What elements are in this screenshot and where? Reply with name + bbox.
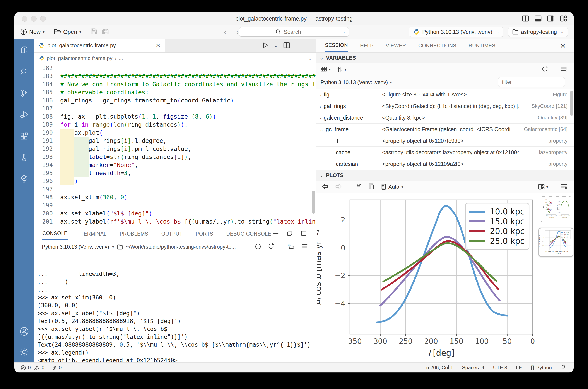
previous-plot-icon[interactable]	[322, 183, 328, 191]
account-icon[interactable]	[14, 326, 34, 336]
editor-scrollbar[interactable]	[312, 191, 315, 214]
run-file-icon[interactable]	[262, 42, 268, 49]
console-output[interactable]: ... linewidth=3,... )...>>> ax.set_xlim(…	[34, 253, 316, 372]
code-line[interactable]: 187	[34, 104, 316, 112]
sort-variables-icon[interactable]: ▾	[337, 66, 346, 72]
variable-row-galcen_distance[interactable]: ›galcen_distance<Quantity 8. kpc>Quantit…	[316, 112, 574, 124]
breadcrumb[interactable]: plot_galactocentric-frame.py › ... ⌄	[34, 53, 316, 64]
right-tab-runtimes[interactable]: RUNTIMES	[468, 40, 496, 52]
code-editor[interactable]: 182183##################################…	[34, 64, 316, 227]
indentation[interactable]: Spaces: 4	[462, 365, 484, 371]
split-editor-layout-icon[interactable]	[522, 15, 529, 22]
cursor-position[interactable]: Ln 206, Col 1	[423, 365, 453, 371]
variable-row-cartesian[interactable]: cartesian<property object at 0x12109a2f0…	[316, 158, 574, 170]
interpreter-selector[interactable]: Python 3.10.13 (Venv: .venv) ⌄	[409, 27, 503, 37]
code-line[interactable]: 184# Now we can transform to Galactic co…	[34, 80, 316, 88]
code-line[interactable]: 193 label=str(ring_distances[i]),	[34, 153, 316, 161]
code-line[interactable]: 196 )	[34, 177, 316, 185]
language-mode[interactable]: {} Python	[530, 365, 552, 371]
shutdown-console-icon[interactable]	[255, 243, 261, 251]
panel-tab-terminal[interactable]: TERMINAL	[80, 228, 107, 240]
session-interpreter[interactable]: Python 3.10.13 (Venv: .venv)	[321, 79, 388, 85]
console-list-icon[interactable]	[302, 243, 308, 251]
breadcrumb-symbol[interactable]: ...	[119, 55, 123, 61]
save-all-icon[interactable]	[102, 28, 109, 36]
code-line[interactable]: 192 gal_rings[i].pm_l_cosb.value,	[34, 145, 316, 153]
panel-tab-problems[interactable]: PROBLEMS	[119, 228, 149, 240]
right-tab-session[interactable]: SESSION	[324, 39, 348, 52]
split-editor-icon[interactable]	[283, 42, 290, 49]
search-bar[interactable]: ⌄	[239, 27, 349, 37]
plot-thumbnail-rings[interactable]: 3020100−10−20−30−25025y [kpc]x [kpc]2001…	[541, 196, 571, 222]
refresh-variables-icon[interactable]	[542, 66, 548, 73]
settings-gear-icon[interactable]	[14, 347, 34, 357]
navigate-back-icon[interactable]: ‹	[224, 28, 226, 36]
eol[interactable]: LF	[516, 365, 522, 371]
variables-scrollbar[interactable]	[570, 91, 573, 116]
testing-icon[interactable]	[14, 153, 34, 162]
filter-input[interactable]	[501, 79, 557, 85]
variable-row-fig[interactable]: ›fig<Figure size 800x494 with 1 Axes>Fig…	[316, 89, 574, 100]
chevron-down-icon[interactable]: ⌄	[320, 128, 323, 132]
next-plot-icon[interactable]	[335, 183, 342, 191]
code-line[interactable]: 188fig, ax = plt.subplots(1, 1, figsize=…	[34, 112, 316, 121]
code-line[interactable]: 182	[34, 64, 316, 72]
chevron-right-icon[interactable]: ›	[320, 104, 321, 109]
save-icon[interactable]	[90, 28, 97, 36]
chevron-right-icon[interactable]: ›	[320, 93, 321, 97]
code-line[interactable]: 197	[34, 185, 316, 193]
plot-history-layout-icon[interactable]: ▾	[538, 184, 548, 190]
close-tab-icon[interactable]: ✕	[155, 42, 161, 49]
code-line[interactable]: 200ax.set_xlabel("$l$ [deg]")	[34, 209, 316, 217]
panel-tab-ports[interactable]: PORTS	[195, 228, 214, 240]
chevron-down-icon[interactable]: ▾	[112, 245, 114, 249]
panel-tab-debug-console[interactable]: DEBUG CONSOLE	[226, 228, 272, 240]
save-plot-icon[interactable]	[355, 183, 362, 191]
breadcrumb-expand-icon[interactable]: ⌄	[308, 55, 312, 61]
search-input[interactable]	[283, 29, 313, 35]
minimize-panel-icon[interactable]	[273, 230, 279, 237]
run-debug-icon[interactable]	[14, 110, 34, 119]
run-dropdown-icon[interactable]: ⌄	[274, 43, 278, 48]
variable-row-gc_frame[interactable]: ⌄gc_frame<Galactocentric Frame (galcen_c…	[316, 124, 574, 135]
code-line[interactable]: 201ax.set_ylabel(rf'$\mu_l \, \cos b$ [{…	[34, 217, 316, 226]
code-line[interactable]: 186gal_rings = gc_rings.transform_to(coo…	[34, 96, 316, 104]
open-button[interactable]: Open ▾	[54, 29, 81, 35]
code-line[interactable]: 189for i in range(len(ring_distances)):	[34, 121, 316, 129]
right-tab-connections[interactable]: CONNECTIONS	[418, 40, 457, 52]
variable-row-T[interactable]: T<property object at 0x1207fe9d0>propert…	[316, 135, 574, 147]
errors-status[interactable]: 0	[21, 365, 31, 371]
workspace-selector[interactable]: astropy-testing ⌄	[508, 27, 568, 37]
more-actions-icon[interactable]: ⋯	[295, 42, 302, 50]
search-view-icon[interactable]	[14, 67, 34, 76]
plot-thumbnail-current[interactable]: 35030025020015010050020−2−4l [deg]μl cos…	[538, 228, 573, 257]
right-tab-viewer[interactable]: VIEWER	[385, 40, 407, 52]
group-variables-icon[interactable]: ▾	[321, 66, 331, 72]
code-line[interactable]: 183#####################################…	[34, 72, 316, 80]
restore-panel-icon[interactable]	[287, 230, 293, 237]
toggle-secondary-sidebar-icon[interactable]	[547, 15, 555, 22]
code-line[interactable]: 199	[34, 201, 316, 209]
clear-plots-icon[interactable]	[560, 183, 567, 190]
clear-variables-icon[interactable]	[560, 66, 567, 73]
plots-section-header[interactable]: ⌄ PLOTS	[316, 170, 574, 181]
word-wrap-icon[interactable]: ab	[288, 243, 295, 251]
explorer-icon[interactable]	[14, 46, 34, 55]
restart-console-icon[interactable]	[268, 243, 274, 251]
warnings-status[interactable]: 0	[34, 365, 44, 371]
customize-layout-icon[interactable]	[560, 15, 567, 22]
variable-row-gal_rings[interactable]: ›gal_rings<SkyCoord (Galactic): (l, b, d…	[316, 100, 574, 112]
code-line[interactable]: 185# observable coordinates:	[34, 88, 316, 96]
variables-section-header[interactable]: ⌄ VARIABLES	[316, 52, 574, 63]
right-tab-help[interactable]: HELP	[360, 40, 374, 52]
code-line[interactable]: 195 linewidth=3,	[34, 169, 316, 177]
editor-tab-active[interactable]: plot_galactocentric-frame.py ✕	[34, 39, 165, 52]
panel-tab-console[interactable]: CONSOLE	[42, 227, 68, 240]
variable-row-cache[interactable]: cache<astropy.utils.decorators.lazyprope…	[316, 147, 574, 158]
toggle-panel-icon[interactable]	[534, 15, 542, 22]
new-button[interactable]: New ▾	[20, 28, 45, 35]
extensions-icon[interactable]	[14, 131, 34, 141]
navigate-forward-icon[interactable]: ›	[236, 28, 239, 36]
code-line[interactable]: 190 ax.plot(	[34, 129, 316, 137]
search-expand-icon[interactable]: ⌄	[342, 29, 346, 34]
